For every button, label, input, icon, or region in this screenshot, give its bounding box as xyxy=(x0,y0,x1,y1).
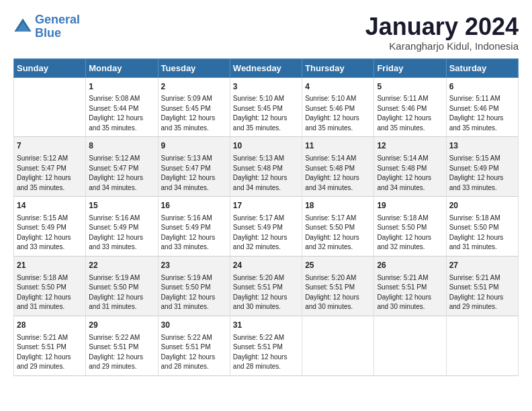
day-content: Sunrise: 5:22 AMSunset: 5:51 PMDaylight:… xyxy=(161,333,227,372)
header-cell-friday: Friday xyxy=(374,58,446,77)
day-content: Sunrise: 5:22 AMSunset: 5:51 PMDaylight:… xyxy=(233,333,299,372)
calendar-cell: 28Sunrise: 5:21 AMSunset: 5:51 PMDayligh… xyxy=(14,316,86,375)
day-number: 23 xyxy=(161,260,227,271)
calendar-cell: 16Sunrise: 5:16 AMSunset: 5:49 PMDayligh… xyxy=(158,197,230,257)
day-content: Sunrise: 5:21 AMSunset: 5:51 PMDaylight:… xyxy=(449,273,515,312)
calendar-cell: 10Sunrise: 5:13 AMSunset: 5:48 PMDayligh… xyxy=(230,137,302,197)
week-row-3: 14Sunrise: 5:15 AMSunset: 5:49 PMDayligh… xyxy=(14,197,519,257)
logo: General Blue xyxy=(13,13,80,40)
header-cell-wednesday: Wednesday xyxy=(230,58,302,77)
header-cell-tuesday: Tuesday xyxy=(158,58,230,77)
calendar-cell: 29Sunrise: 5:22 AMSunset: 5:51 PMDayligh… xyxy=(86,316,158,375)
week-row-5: 28Sunrise: 5:21 AMSunset: 5:51 PMDayligh… xyxy=(14,316,519,375)
day-content: Sunrise: 5:10 AMSunset: 5:46 PMDaylight:… xyxy=(305,94,371,133)
day-number: 22 xyxy=(89,260,154,271)
day-number: 15 xyxy=(89,200,154,212)
day-number: 8 xyxy=(89,140,154,152)
subtitle: Karangharjo Kidul, Indonesia xyxy=(365,40,519,52)
day-content: Sunrise: 5:19 AMSunset: 5:50 PMDaylight:… xyxy=(89,273,154,312)
page-header: General Blue January 2024 Karangharjo Ki… xyxy=(13,13,519,52)
calendar-cell xyxy=(14,77,86,137)
header-cell-sunday: Sunday xyxy=(14,58,86,77)
day-content: Sunrise: 5:18 AMSunset: 5:50 PMDaylight:… xyxy=(17,273,83,312)
calendar-cell: 8Sunrise: 5:12 AMSunset: 5:47 PMDaylight… xyxy=(86,137,158,197)
day-content: Sunrise: 5:17 AMSunset: 5:50 PMDaylight:… xyxy=(305,214,371,253)
day-content: Sunrise: 5:16 AMSunset: 5:49 PMDaylight:… xyxy=(161,214,227,253)
calendar-cell xyxy=(446,316,518,375)
day-number: 7 xyxy=(17,140,83,152)
calendar-cell: 13Sunrise: 5:15 AMSunset: 5:49 PMDayligh… xyxy=(446,137,518,197)
day-content: Sunrise: 5:17 AMSunset: 5:49 PMDaylight:… xyxy=(233,214,299,253)
day-content: Sunrise: 5:18 AMSunset: 5:50 PMDaylight:… xyxy=(377,214,443,253)
day-number: 18 xyxy=(305,200,371,212)
calendar-cell: 3Sunrise: 5:10 AMSunset: 5:45 PMDaylight… xyxy=(230,77,302,137)
day-content: Sunrise: 5:12 AMSunset: 5:47 PMDaylight:… xyxy=(17,154,83,193)
calendar-cell: 24Sunrise: 5:20 AMSunset: 5:51 PMDayligh… xyxy=(230,256,302,316)
calendar-cell: 19Sunrise: 5:18 AMSunset: 5:50 PMDayligh… xyxy=(374,197,446,257)
calendar-header-row: SundayMondayTuesdayWednesdayThursdayFrid… xyxy=(14,58,519,77)
week-row-1: 1Sunrise: 5:08 AMSunset: 5:44 PMDaylight… xyxy=(14,77,519,137)
day-content: Sunrise: 5:21 AMSunset: 5:51 PMDaylight:… xyxy=(17,333,83,372)
day-content: Sunrise: 5:11 AMSunset: 5:46 PMDaylight:… xyxy=(449,94,515,133)
day-content: Sunrise: 5:19 AMSunset: 5:50 PMDaylight:… xyxy=(161,273,227,312)
calendar-cell: 27Sunrise: 5:21 AMSunset: 5:51 PMDayligh… xyxy=(446,256,518,316)
day-number: 3 xyxy=(233,81,299,93)
day-number: 1 xyxy=(89,81,154,93)
calendar-cell: 11Sunrise: 5:14 AMSunset: 5:48 PMDayligh… xyxy=(302,137,374,197)
day-content: Sunrise: 5:13 AMSunset: 5:48 PMDaylight:… xyxy=(233,154,299,193)
day-content: Sunrise: 5:08 AMSunset: 5:44 PMDaylight:… xyxy=(89,94,154,133)
day-number: 5 xyxy=(377,81,443,93)
day-number: 9 xyxy=(161,140,227,152)
day-content: Sunrise: 5:14 AMSunset: 5:48 PMDaylight:… xyxy=(305,154,371,193)
day-content: Sunrise: 5:20 AMSunset: 5:51 PMDaylight:… xyxy=(233,273,299,312)
day-number: 12 xyxy=(377,140,443,152)
calendar-cell: 23Sunrise: 5:19 AMSunset: 5:50 PMDayligh… xyxy=(158,256,230,316)
day-number: 11 xyxy=(305,140,371,152)
day-content: Sunrise: 5:10 AMSunset: 5:45 PMDaylight:… xyxy=(233,94,299,133)
calendar-cell: 15Sunrise: 5:16 AMSunset: 5:49 PMDayligh… xyxy=(86,197,158,257)
day-number: 21 xyxy=(17,260,83,271)
week-row-4: 21Sunrise: 5:18 AMSunset: 5:50 PMDayligh… xyxy=(14,256,519,316)
calendar-cell: 17Sunrise: 5:17 AMSunset: 5:49 PMDayligh… xyxy=(230,197,302,257)
day-content: Sunrise: 5:18 AMSunset: 5:50 PMDaylight:… xyxy=(449,214,515,253)
header-cell-monday: Monday xyxy=(86,58,158,77)
calendar-cell: 12Sunrise: 5:14 AMSunset: 5:48 PMDayligh… xyxy=(374,137,446,197)
day-number: 14 xyxy=(17,200,83,212)
day-number: 29 xyxy=(89,320,154,331)
day-number: 6 xyxy=(449,81,515,93)
logo-text: General Blue xyxy=(35,13,80,40)
day-number: 30 xyxy=(161,320,227,331)
day-number: 19 xyxy=(377,200,443,212)
day-content: Sunrise: 5:15 AMSunset: 5:49 PMDaylight:… xyxy=(449,154,515,193)
day-number: 24 xyxy=(233,260,299,271)
day-content: Sunrise: 5:09 AMSunset: 5:45 PMDaylight:… xyxy=(161,94,227,133)
logo-line2: Blue xyxy=(35,26,61,40)
day-number: 10 xyxy=(233,140,299,152)
calendar-cell: 30Sunrise: 5:22 AMSunset: 5:51 PMDayligh… xyxy=(158,316,230,375)
calendar-cell: 5Sunrise: 5:11 AMSunset: 5:46 PMDaylight… xyxy=(374,77,446,137)
day-number: 25 xyxy=(305,260,371,271)
day-number: 26 xyxy=(377,260,443,271)
day-content: Sunrise: 5:15 AMSunset: 5:49 PMDaylight:… xyxy=(17,214,83,253)
calendar-cell: 26Sunrise: 5:21 AMSunset: 5:51 PMDayligh… xyxy=(374,256,446,316)
calendar-body: 1Sunrise: 5:08 AMSunset: 5:44 PMDaylight… xyxy=(14,77,519,375)
calendar-cell: 20Sunrise: 5:18 AMSunset: 5:50 PMDayligh… xyxy=(446,197,518,257)
logo-line1: General xyxy=(35,13,80,26)
day-number: 20 xyxy=(449,200,515,212)
calendar-cell: 2Sunrise: 5:09 AMSunset: 5:45 PMDaylight… xyxy=(158,77,230,137)
header-cell-thursday: Thursday xyxy=(302,58,374,77)
calendar-cell: 22Sunrise: 5:19 AMSunset: 5:50 PMDayligh… xyxy=(86,256,158,316)
day-content: Sunrise: 5:20 AMSunset: 5:51 PMDaylight:… xyxy=(305,273,371,312)
day-number: 17 xyxy=(233,200,299,212)
calendar-table: SundayMondayTuesdayWednesdayThursdayFrid… xyxy=(13,58,519,376)
title-block: January 2024 Karangharjo Kidul, Indonesi… xyxy=(365,13,519,52)
calendar-cell: 4Sunrise: 5:10 AMSunset: 5:46 PMDaylight… xyxy=(302,77,374,137)
calendar-cell: 1Sunrise: 5:08 AMSunset: 5:44 PMDaylight… xyxy=(86,77,158,137)
calendar-cell: 9Sunrise: 5:13 AMSunset: 5:47 PMDaylight… xyxy=(158,137,230,197)
header-cell-saturday: Saturday xyxy=(446,58,518,77)
calendar-cell: 6Sunrise: 5:11 AMSunset: 5:46 PMDaylight… xyxy=(446,77,518,137)
calendar-cell: 21Sunrise: 5:18 AMSunset: 5:50 PMDayligh… xyxy=(14,256,86,316)
day-number: 27 xyxy=(449,260,515,271)
day-content: Sunrise: 5:13 AMSunset: 5:47 PMDaylight:… xyxy=(161,154,227,193)
day-content: Sunrise: 5:22 AMSunset: 5:51 PMDaylight:… xyxy=(89,333,154,372)
